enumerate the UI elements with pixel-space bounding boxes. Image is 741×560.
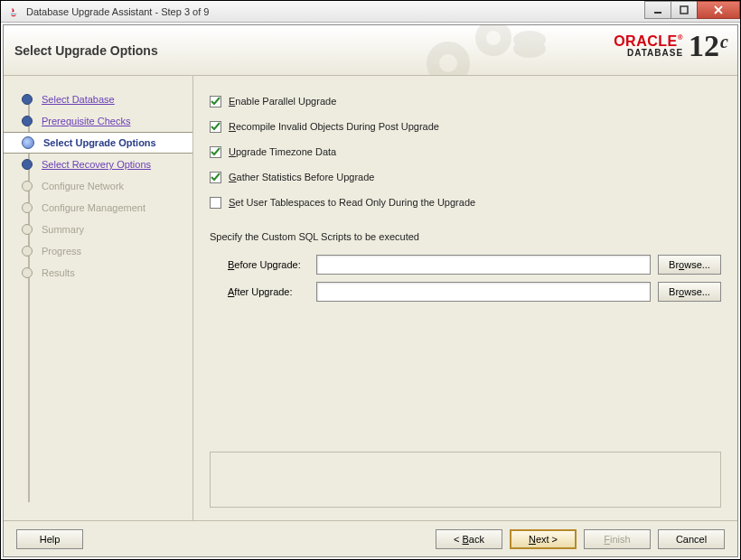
sidebar: Select Database Prerequisite Checks Sele… [4, 76, 193, 520]
status-area [210, 452, 721, 508]
svg-point-7 [513, 40, 546, 58]
before-upgrade-label: Before Upgrade: [210, 259, 309, 270]
minimize-button[interactable] [644, 1, 671, 19]
checkbox-timezone[interactable] [210, 146, 221, 158]
checkbox-recompile[interactable] [210, 121, 221, 133]
help-button[interactable]: Help [16, 529, 83, 549]
close-button[interactable] [697, 1, 740, 19]
browse-after-button[interactable]: Browse... [658, 282, 721, 302]
cancel-button[interactable]: Cancel [658, 529, 725, 549]
sidebar-item-select-database[interactable]: Select Database [4, 89, 192, 110]
maximize-button[interactable] [671, 1, 698, 19]
checkbox-enable-parallel[interactable] [210, 96, 221, 107]
footer: Help < Back Next > Finish Cancel [4, 520, 737, 556]
header: Select Upgrade Options ORACLE® DATABASE [4, 25, 737, 76]
main-panel: Enable Parallel Upgrade Recompile Invali… [193, 76, 737, 520]
checkbox-readonly-ts[interactable] [210, 197, 221, 209]
svg-point-5 [439, 54, 457, 72]
label-timezone: Upgrade Timezone Data [229, 146, 336, 157]
scripts-heading: Specify the Custom SQL Scripts to be exe… [210, 231, 721, 242]
sidebar-item-configure-management: Configure Management [4, 197, 192, 219]
svg-rect-0 [654, 12, 661, 14]
titlebar: Database Upgrade Assistant - Step 3 of 9 [1, 1, 740, 23]
checkbox-gather-stats[interactable] [210, 172, 221, 183]
label-enable-parallel: Enable Parallel Upgrade [229, 96, 336, 107]
browse-before-button[interactable]: Browse... [658, 255, 721, 275]
after-upgrade-label: After Upgrade: [210, 286, 309, 297]
sidebar-item-select-recovery-options[interactable]: Select Recovery Options [4, 154, 192, 175]
content-frame: Select Upgrade Options ORACLE® DATABASE [3, 24, 738, 557]
sidebar-item-prerequisite-checks[interactable]: Prerequisite Checks [4, 110, 192, 132]
header-decoration [394, 25, 557, 76]
next-button[interactable]: Next > [510, 529, 577, 549]
window-frame: Database Upgrade Assistant - Step 3 of 9… [0, 0, 741, 560]
oracle-logo: ORACLE® DATABASE 12c [614, 31, 728, 61]
label-recompile: Recompile Invalid Objects During Post Up… [229, 121, 439, 132]
window-title: Database Upgrade Assistant - Step 3 of 9 [26, 6, 209, 17]
sidebar-item-configure-network: Configure Network [4, 175, 192, 197]
svg-rect-1 [680, 6, 688, 14]
before-upgrade-input[interactable] [316, 255, 651, 275]
sidebar-item-results: Results [4, 262, 192, 284]
page-title: Select Upgrade Options [14, 43, 158, 58]
label-readonly-ts: Set User Tablespaces to Read Only During… [229, 197, 475, 208]
window-controls [645, 1, 740, 21]
after-upgrade-input[interactable] [316, 282, 651, 302]
sidebar-item-select-upgrade-options[interactable]: Select Upgrade Options [4, 132, 192, 154]
back-button[interactable]: < Back [436, 529, 502, 549]
java-icon [6, 5, 21, 19]
finish-button: Finish [584, 529, 651, 549]
label-gather-stats: Gather Statistics Before Upgrade [229, 172, 374, 182]
version-badge: 12c [689, 31, 728, 61]
sidebar-item-summary: Summary [4, 219, 192, 240]
sidebar-item-progress: Progress [4, 240, 192, 262]
svg-point-3 [486, 31, 501, 45]
